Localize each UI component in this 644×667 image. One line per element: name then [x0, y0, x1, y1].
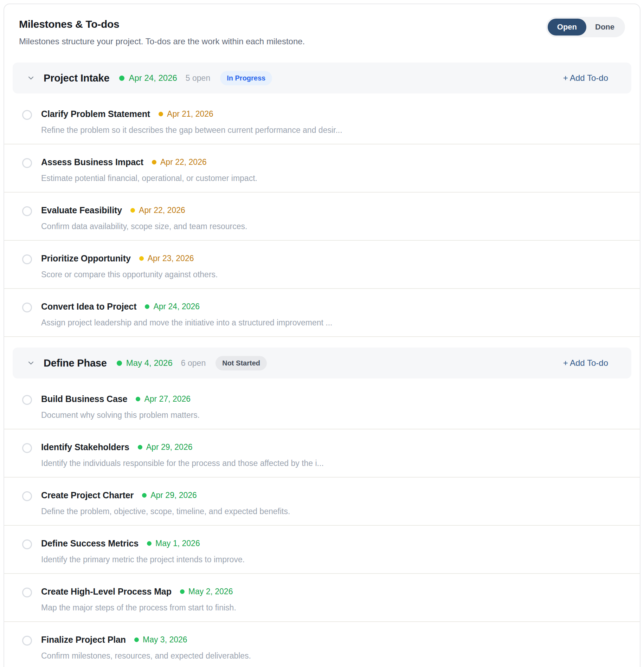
todo-due-dot-icon — [180, 589, 185, 594]
todo-list: Clarify Problem Statement Apr 21, 2026 R… — [4, 93, 640, 337]
todo-title: Clarify Problem Statement — [41, 109, 150, 119]
todo-body: Create Project Charter Apr 29, 2026 Defi… — [41, 490, 290, 516]
milestone-header: Project Intake Apr 24, 2026 5 open In Pr… — [13, 63, 631, 93]
todo-due-dot-icon — [147, 541, 152, 546]
todo-description: Confirm milestones, resources, and expec… — [41, 651, 251, 661]
todo-row[interactable]: Define Success Metrics May 1, 2026 Ident… — [4, 526, 640, 574]
todo-due-date: Apr 29, 2026 — [150, 491, 197, 500]
todo-title-row: Convert Idea to Project Apr 24, 2026 — [41, 302, 332, 312]
card-header: Milestones & To-dos Milestones structure… — [4, 4, 640, 46]
todo-checkbox[interactable] — [22, 443, 32, 453]
todo-list: Build Business Case Apr 27, 2026 Documen… — [4, 378, 640, 667]
todo-title: Create Project Charter — [41, 490, 134, 500]
toggle-open-button[interactable]: Open — [548, 19, 586, 35]
todo-due-date: Apr 27, 2026 — [144, 394, 191, 404]
todo-row[interactable]: Prioritize Opportunity Apr 23, 2026 Scor… — [4, 241, 640, 289]
todo-title: Create High-Level Process Map — [41, 587, 172, 597]
todo-body: Evaluate Feasibility Apr 22, 2026 Confir… — [41, 205, 247, 231]
page-subtitle: Milestones structure your project. To-do… — [19, 37, 625, 46]
add-todo-button[interactable]: + Add To-do — [563, 73, 608, 83]
todo-row[interactable]: Evaluate Feasibility Apr 22, 2026 Confir… — [4, 193, 640, 241]
milestone-due-date: Apr 24, 2026 — [129, 73, 177, 83]
milestone-due-date: May 4, 2026 — [126, 358, 173, 368]
todo-body: Define Success Metrics May 1, 2026 Ident… — [41, 538, 245, 564]
todo-checkbox[interactable] — [22, 303, 32, 312]
open-done-toggle: Open Done — [546, 17, 625, 37]
todo-title-row: Identify Stakeholders Apr 29, 2026 — [41, 442, 324, 452]
todo-row[interactable]: Create High-Level Process Map May 2, 202… — [4, 574, 640, 622]
todo-title: Convert Idea to Project — [41, 302, 136, 312]
chevron-down-icon[interactable] — [27, 359, 35, 367]
milestone-section: Project Intake Apr 24, 2026 5 open In Pr… — [4, 63, 640, 337]
todo-row[interactable]: Identify Stakeholders Apr 29, 2026 Ident… — [4, 429, 640, 478]
todo-body: Identify Stakeholders Apr 29, 2026 Ident… — [41, 442, 324, 468]
todo-checkbox[interactable] — [22, 395, 32, 405]
chevron-down-icon[interactable] — [27, 74, 35, 82]
milestone-status-badge: Not Started — [215, 356, 267, 370]
todo-description: Identify the individuals responsible for… — [41, 459, 324, 468]
todo-checkbox[interactable] — [22, 158, 32, 168]
todo-title-row: Assess Business Impact Apr 22, 2026 — [41, 157, 257, 167]
milestone-due-dot-icon — [117, 361, 122, 366]
milestone-open-count: 5 open — [186, 73, 210, 83]
todo-checkbox[interactable] — [22, 588, 32, 597]
todo-title: Assess Business Impact — [41, 157, 143, 167]
todo-title-row: Clarify Problem Statement Apr 21, 2026 — [41, 109, 342, 119]
todo-row[interactable]: Clarify Problem Statement Apr 21, 2026 R… — [4, 96, 640, 144]
todo-row[interactable]: Assess Business Impact Apr 22, 2026 Esti… — [4, 144, 640, 193]
todo-due-date: Apr 23, 2026 — [148, 254, 194, 263]
milestone-status-badge: In Progress — [220, 71, 272, 85]
todo-due-dot-icon — [152, 160, 156, 164]
todo-due-dot-icon — [159, 112, 163, 116]
todo-due-date: Apr 24, 2026 — [153, 302, 200, 311]
todo-due-dot-icon — [136, 397, 140, 401]
todo-due-date: Apr 22, 2026 — [160, 157, 207, 167]
todo-due-date: May 1, 2026 — [155, 539, 200, 548]
todo-body: Assess Business Impact Apr 22, 2026 Esti… — [41, 157, 257, 183]
todo-due-dot-icon — [142, 493, 147, 498]
todo-row[interactable]: Build Business Case Apr 27, 2026 Documen… — [4, 381, 640, 429]
todo-title-row: Finalize Project Plan May 3, 2026 — [41, 635, 251, 645]
todo-title-row: Evaluate Feasibility Apr 22, 2026 — [41, 205, 247, 215]
todo-title: Define Success Metrics — [41, 538, 139, 549]
todo-title: Prioritize Opportunity — [41, 253, 131, 264]
todo-body: Prioritize Opportunity Apr 23, 2026 Scor… — [41, 253, 218, 279]
todo-row[interactable]: Convert Idea to Project Apr 24, 2026 Ass… — [4, 289, 640, 337]
todo-description: Map the major steps of the process from … — [41, 603, 236, 613]
milestone-due-dot-icon — [119, 76, 124, 81]
milestone-section: Define Phase May 4, 2026 6 open Not Star… — [4, 348, 640, 667]
todo-title: Identify Stakeholders — [41, 442, 129, 452]
todo-description: Estimate potential financial, operationa… — [41, 174, 257, 183]
todo-title: Build Business Case — [41, 394, 127, 404]
milestones-card: Milestones & To-dos Milestones structure… — [4, 4, 640, 667]
todo-description: Identify the primary metric the project … — [41, 555, 245, 564]
todo-due-dot-icon — [130, 208, 135, 213]
todo-row[interactable]: Create Project Charter Apr 29, 2026 Defi… — [4, 478, 640, 526]
milestone-header: Define Phase May 4, 2026 6 open Not Star… — [13, 348, 631, 378]
todo-checkbox[interactable] — [22, 206, 32, 216]
todo-due-dot-icon — [138, 445, 142, 449]
todo-checkbox[interactable] — [22, 110, 32, 120]
todo-due-date: May 3, 2026 — [143, 635, 187, 645]
todo-title: Evaluate Feasibility — [41, 205, 122, 215]
milestone-open-count: 6 open — [181, 358, 206, 368]
todo-row[interactable]: Finalize Project Plan May 3, 2026 Confir… — [4, 622, 640, 667]
todo-description: Assign project leadership and move the i… — [41, 318, 332, 328]
todo-body: Build Business Case Apr 27, 2026 Documen… — [41, 394, 200, 420]
todo-description: Document why solving this problem matter… — [41, 410, 200, 420]
toggle-done-button[interactable]: Done — [586, 19, 623, 35]
todo-title-row: Prioritize Opportunity Apr 23, 2026 — [41, 253, 218, 264]
todo-title: Finalize Project Plan — [41, 635, 126, 645]
todo-checkbox[interactable] — [22, 636, 32, 646]
todo-title-row: Create High-Level Process Map May 2, 202… — [41, 587, 236, 597]
add-todo-button[interactable]: + Add To-do — [563, 358, 608, 368]
todo-due-date: May 2, 2026 — [188, 587, 233, 596]
todo-body: Clarify Problem Statement Apr 21, 2026 R… — [41, 109, 342, 135]
todo-description: Score or compare this opportunity agains… — [41, 270, 218, 279]
todo-due-date: Apr 22, 2026 — [139, 206, 185, 215]
todo-checkbox[interactable] — [22, 539, 32, 549]
todo-checkbox[interactable] — [22, 491, 32, 501]
todo-checkbox[interactable] — [22, 254, 32, 264]
todo-description: Define the problem, objective, scope, ti… — [41, 507, 290, 516]
todo-due-date: Apr 29, 2026 — [146, 442, 193, 452]
